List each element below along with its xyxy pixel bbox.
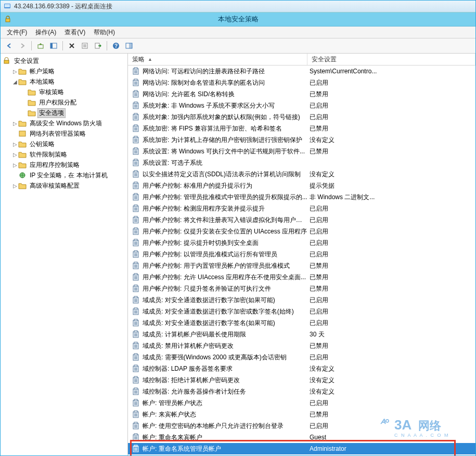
policy-setting: 已禁用 (310, 410, 475, 419)
policy-row[interactable]: 用户帐户控制: 仅提升安装在安全位置的 UIAccess 应用程序已启用 (128, 226, 475, 237)
back-button[interactable] (4, 40, 15, 51)
rdp-icon (4, 3, 11, 10)
help-button[interactable]: ? (110, 40, 122, 51)
svg-rect-164 (134, 399, 137, 401)
policy-row[interactable]: 用户帐户控制: 标准用户的提升提示行为提示凭据 (128, 180, 475, 191)
policy-row[interactable]: 网络访问: 限制对命名管道和共享的匿名访问已启用 (128, 77, 475, 88)
svg-rect-184 (134, 445, 137, 447)
policy-icon (132, 101, 140, 110)
nav-tree[interactable]: 安全设置 ▷帐户策略◢本地策略审核策略用户权限分配安全选项▷高级安全 Windo… (1, 54, 128, 456)
policy-row[interactable]: 域成员: 计算机帐户密码最长使用期限30 天 (128, 329, 475, 340)
tree-item[interactable]: 安全选项 (1, 108, 127, 118)
policy-row[interactable]: 系统设置: 可选子系统 (128, 157, 475, 168)
refresh-button[interactable] (123, 40, 135, 51)
policy-row[interactable]: 网络访问: 允许匿名 SID/名称转换已禁用 (128, 88, 475, 100)
properties-button[interactable] (79, 40, 91, 51)
tree-item[interactable]: ▷软件限制策略 (1, 149, 127, 160)
policy-row[interactable]: 系统对象: 加强内部系统对象的默认权限(例如，符号链接)已启用 (128, 111, 475, 123)
policy-row[interactable]: 域控制器: 允许服务器操作者计划任务没有定义 (128, 386, 475, 397)
tree-item-label: 审核策略 (37, 87, 66, 97)
tree-root[interactable]: 安全设置 (1, 56, 127, 66)
security-shield-icon (4, 15, 12, 23)
show-hide-tree-button[interactable] (48, 40, 59, 51)
policy-row[interactable]: 系统加密: 为计算机上存储的用户密钥强制进行强密钥保护没有定义 (128, 134, 475, 146)
svg-rect-94 (134, 239, 137, 241)
policy-row[interactable]: 域控制器: 拒绝计算机帐户密码更改没有定义 (128, 374, 475, 386)
tree-item[interactable]: 审核策略 (1, 87, 127, 97)
policy-row[interactable]: 帐户: 使用空密码的本地帐户只允许进行控制台登录已启用 (128, 420, 475, 432)
policy-row[interactable]: 域成员: 需要强(Windows 2000 或更高版本)会话密钥已启用 (128, 351, 475, 363)
col-header-setting[interactable]: 安全设置 (307, 54, 475, 65)
menu-file[interactable]: 文件(F) (3, 27, 31, 38)
policy-row[interactable]: 帐户: 重命名来宾帐户Guest (128, 432, 475, 443)
policy-row[interactable]: 用户帐户控制: 将文件和注册表写入错误虚拟化到每用户位置已启用 (128, 214, 475, 226)
shield-icon (3, 57, 11, 64)
policy-row[interactable]: 用户帐户控制: 管理员批准模式中管理员的提升权限提示的...非 Windows … (128, 191, 475, 203)
policy-row[interactable]: 用户帐户控制: 允许 UIAccess 应用程序在不使用安全桌面...已禁用 (128, 271, 475, 283)
policy-row[interactable]: 系统加密: 将 FIPS 兼容算法用于加密、哈希和签名已禁用 (128, 123, 475, 134)
up-button[interactable] (35, 40, 46, 51)
tree-twisty[interactable]: ▷ (12, 152, 18, 158)
menu-action[interactable]: 操作(A) (31, 27, 60, 38)
policy-row[interactable]: 域成员: 对安全通道数据进行数字加密(如果可能)已启用 (128, 294, 475, 306)
policy-row[interactable]: 用户帐户控制: 以管理员批准模式运行所有管理员已启用 (128, 249, 475, 260)
policy-name: 以安全描述符定义语言(SDDL)语法表示的计算机访问限制 (143, 170, 310, 179)
tree-item[interactable]: 用户权限分配 (1, 97, 127, 108)
policy-name: 域成员: 对安全通道数据进行数字签名(如果可能) (143, 319, 310, 328)
menu-help[interactable]: 帮助(H) (89, 27, 119, 38)
tree-twisty[interactable]: ▷ (12, 183, 18, 189)
tree-item-label: 本地策略 (28, 77, 56, 87)
policy-row[interactable]: 域控制器: LDAP 服务器签名要求没有定义 (128, 363, 475, 374)
policy-icon (132, 399, 140, 407)
svg-rect-3 (38, 45, 43, 48)
tree-item[interactable]: ▷帐户策略 (1, 66, 127, 76)
policy-row[interactable]: 用户帐户控制: 用于内置管理员帐户的管理员批准模式已禁用 (128, 260, 475, 271)
tree-item[interactable]: ▷应用程序控制策略 (1, 160, 127, 170)
tree-twisty[interactable]: ▷ (12, 69, 18, 74)
tree-item[interactable]: 网络列表管理器策略 (1, 128, 127, 139)
policy-row[interactable]: 以安全描述符定义语言(SDDL)语法表示的计算机访问限制没有定义 (128, 168, 475, 180)
policy-list[interactable]: 策略 ▲ 安全设置 网络访问: 可远程访问的注册表路径和子路径System\Cu… (128, 54, 475, 456)
policy-setting: 已启用 (310, 227, 475, 236)
policy-row[interactable]: 网络访问: 可远程访问的注册表路径和子路径System\CurrentContr… (128, 66, 475, 77)
tree-item[interactable]: ▷高级安全 Windows 防火墙 (1, 118, 127, 128)
col-header-policy[interactable]: 策略 ▲ (128, 54, 307, 65)
tree-twisty[interactable]: ◢ (12, 79, 18, 85)
policy-row[interactable]: 域成员: 对安全通道数据进行数字加密或数字签名(始终)已启用 (128, 306, 475, 317)
tree-item[interactable]: ▷高级审核策略配置 (1, 180, 127, 191)
policy-name: 用户帐户控制: 以管理员批准模式运行所有管理员 (143, 250, 310, 259)
policy-icon (132, 273, 140, 281)
policy-row[interactable]: 系统对象: 非 Windows 子系统不要求区分大小写已启用 (128, 100, 475, 111)
svg-rect-124 (134, 308, 137, 309)
folder-icon (18, 68, 27, 75)
list-header: 策略 ▲ 安全设置 (128, 54, 475, 66)
content-body: 安全设置 ▷帐户策略◢本地策略审核策略用户权限分配安全选项▷高级安全 Windo… (1, 54, 475, 456)
forward-button[interactable] (17, 40, 28, 51)
tree-twisty[interactable]: ▷ (12, 162, 18, 168)
export-button[interactable] (92, 40, 104, 51)
policy-row[interactable]: 用户帐户控制: 检测应用程序安装并提示提升已启用 (128, 203, 475, 214)
policy-row[interactable]: 域成员: 对安全通道数据进行数字签名(如果可能)已启用 (128, 317, 475, 329)
rdp-title-text: 43.248.136.69:3389 - 远程桌面连接 (14, 2, 112, 11)
policy-row[interactable]: 用户帐户控制: 只提升签名并验证的可执行文件已禁用 (128, 283, 475, 294)
svg-rect-5 (50, 43, 53, 48)
tree-item-label: 应用程序控制策略 (28, 160, 81, 170)
policy-icon (132, 307, 140, 316)
policy-row[interactable]: 帐户: 管理员帐户状态已启用 (128, 397, 475, 409)
tree-item[interactable]: ◢本地策略 (1, 76, 127, 87)
policy-row[interactable]: 系统设置: 将 Windows 可执行文件中的证书规则用于软件...已禁用 (128, 146, 475, 157)
svg-rect-19 (134, 68, 137, 69)
tree-twisty[interactable]: ▷ (12, 121, 18, 126)
policy-row[interactable]: 帐户: 重命名系统管理员帐户Administrator (128, 443, 475, 454)
tree-twisty[interactable]: ▷ (12, 141, 18, 147)
policy-setting: 已启用 (310, 239, 475, 247)
policy-row[interactable]: 用户帐户控制: 提示提升时切换到安全桌面已启用 (128, 237, 475, 249)
policy-row[interactable]: 域成员: 禁用计算机帐户密码更改已禁用 (128, 340, 475, 351)
tree-item[interactable]: ▷公钥策略 (1, 139, 127, 149)
svg-rect-129 (134, 319, 137, 321)
tree-item[interactable]: IP 安全策略，在 本地计算机 (1, 170, 127, 180)
policy-row[interactable]: 帐户: 来宾帐户状态已禁用 (128, 409, 475, 420)
policy-icon (132, 90, 140, 98)
delete-button[interactable] (66, 40, 78, 51)
menu-view[interactable]: 查看(V) (60, 27, 89, 38)
